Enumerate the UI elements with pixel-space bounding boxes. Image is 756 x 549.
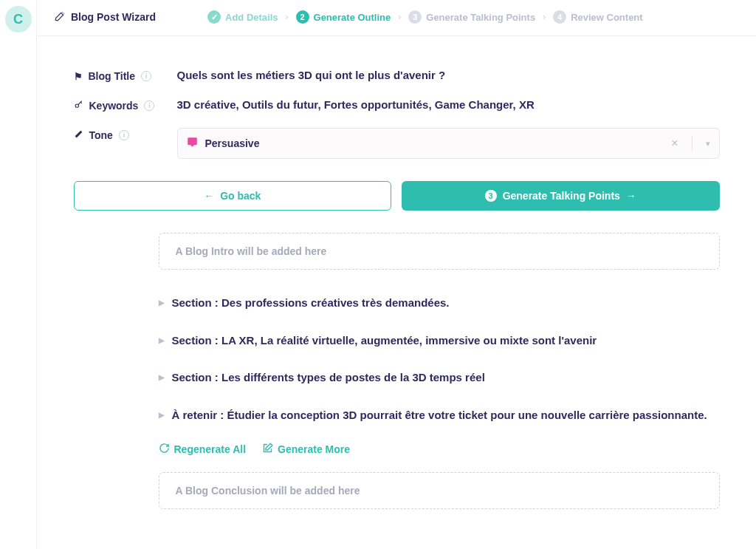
chevron-right-icon: › [543,12,546,22]
step-badge: 3 [408,10,422,24]
chevron-down-icon[interactable]: ▾ [700,139,710,149]
page-title-text: Blog Post Wizard [71,11,156,23]
tone-selected-value: Persuasive [205,137,659,149]
field-label-text: Tone [89,129,113,141]
go-back-button[interactable]: ← Go back [74,181,392,211]
chevron-right-icon: › [286,12,289,22]
field-label-text: Blog Title [89,70,136,82]
caret-right-icon: ▶ [159,299,165,307]
clear-icon[interactable]: × [665,137,684,150]
conclusion-placeholder: A Blog Conclusion will be added here [159,472,720,509]
step-number-badge: 3 [485,190,497,202]
step-generate-talking-points[interactable]: 3 Generate Talking Points [408,10,535,24]
info-icon[interactable]: i [119,130,129,140]
outline-section[interactable]: ▶ Section : Des professions créatives tr… [159,284,720,322]
caret-right-icon: ▶ [159,336,165,344]
left-sidebar: C [0,0,37,549]
speech-icon [187,137,198,150]
caret-right-icon: ▶ [159,373,165,381]
outline-section[interactable]: ▶ Section : Les différents types de post… [159,359,720,397]
section-title: À retenir : Étudier la conception 3D pou… [172,407,720,424]
field-keywords: Keywords i 3D créative, Outils du futur,… [74,98,720,112]
step-badge: 4 [553,10,566,24]
info-icon[interactable]: i [144,100,154,111]
regenerate-all-button[interactable]: Regenerate All [159,443,247,456]
refresh-icon [159,443,170,456]
step-label: Generate Outline [314,12,391,23]
link-label: Generate More [278,443,350,455]
section-title: Section : Les différents types de postes… [172,369,720,386]
intro-placeholder: A Blog Intro will be added here [159,233,720,270]
outline-section[interactable]: ▶ Section : LA XR, La réalité virtuelle,… [159,322,720,360]
tone-select[interactable]: Persuasive × ▾ [177,128,720,159]
chevron-right-icon: › [398,12,401,22]
check-icon: ✓ [207,10,221,24]
field-blog-title: ⚑ Blog Title i Quels sont les métiers 3D… [74,69,720,82]
step-generate-outline[interactable]: 2 Generate Outline [296,10,391,24]
button-label: Go back [220,190,261,202]
arrow-left-icon: ← [204,190,214,202]
section-title: Section : LA XR, La réalité virtuelle, a… [172,333,720,349]
step-add-details[interactable]: ✓ Add Details [207,10,278,24]
arrow-right-icon: → [626,190,636,202]
step-review-content[interactable]: 4 Review Content [553,10,643,24]
brand-logo[interactable]: C [5,6,32,33]
button-label: Generate Talking Points [503,190,620,202]
page-title: Blog Post Wizard [55,11,156,24]
generate-more-button[interactable]: Generate More [262,443,350,456]
edit-icon [262,443,273,456]
wand-icon [55,11,65,24]
outline-section[interactable]: ▶ À retenir : Étudier la conception 3D p… [159,397,720,434]
info-icon[interactable]: i [141,71,151,81]
pen-icon [74,129,83,141]
step-badge: 2 [296,10,309,24]
link-label: Regenerate All [174,443,247,455]
key-icon [74,100,83,112]
field-tone: Tone i Persuasive × ▾ [74,128,720,159]
svg-point-0 [75,104,78,107]
step-label: Review Content [571,12,643,23]
section-title: Section : Des professions créatives très… [172,295,720,312]
stepper: ✓ Add Details › 2 Generate Outline › 3 G… [207,10,643,24]
step-label: Add Details [225,12,278,23]
divider [692,136,693,151]
keywords-value: 3D créative, Outils du futur, Fortes opp… [177,98,720,111]
caret-right-icon: ▶ [159,411,165,419]
flag-icon: ⚑ [74,71,83,82]
generate-talking-points-button[interactable]: 3 Generate Talking Points → [402,181,720,211]
step-label: Generate Talking Points [426,12,535,23]
field-label-text: Keywords [89,100,139,112]
blog-title-value: Quels sont les métiers 3D qui ont le plu… [177,69,720,81]
top-bar: Blog Post Wizard ✓ Add Details › 2 Gener… [37,0,756,36]
